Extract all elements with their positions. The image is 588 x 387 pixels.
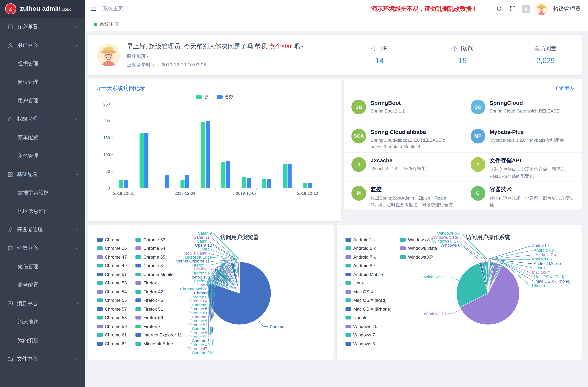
greeting-title-suffix: 吧~ [292,43,303,50]
legend-item-Chrome 51[interactable]: Chrome 51 [97,270,127,279]
legend-item-Chrome 8[interactable]: Chrome 8 [136,261,182,270]
legend-item-Chrome 59[interactable]: Chrome 59 [97,322,127,331]
legend-label: Mac OS X (iPhone) [353,306,391,312]
legend-item-Firefox 7[interactable]: Firefox 7 [136,322,182,331]
logo[interactable]: Z zuihou-admincloud [0,0,85,18]
search-icon[interactable] [495,5,504,13]
stat-today-visits: 今日访问15 [450,45,475,65]
feature-spring-cloud-alibaba: SCASpring Cloud alibabaSpringCloudAlibab… [344,124,463,152]
sidebar-menu: 务必详看用户中心组织管理岗位管理用户管理权限管理菜单配置角色管理基础配置数据字典… [0,18,85,368]
legend-item-Firefox 42[interactable]: Firefox 42 [136,287,182,296]
legend-item-Chrome 57[interactable]: Chrome 57 [97,305,127,313]
legend-item-Chrome 63[interactable]: Chrome 63 [136,235,182,244]
chart-text: 100 [103,152,110,157]
stat-label: 今日IP [367,45,392,52]
sidebar-subitem-role-mgmt[interactable]: 角色管理 [0,147,85,165]
chart-text: 200 [103,119,110,123]
legend-item-Chrome 61[interactable]: Chrome 61 [97,331,127,339]
legend-item-Chrome 58[interactable]: Chrome 58 [97,313,127,322]
legend-label: Chrome 59 [105,324,127,329]
learn-more-link[interactable]: 了解更多 [554,85,575,91]
sidebar-item-permission-mgmt[interactable]: 权限管理 [0,110,85,128]
legend-item-Mac OS X (iPhone)[interactable]: Mac OS X (iPhone) [345,305,391,313]
gear-icon [7,227,13,233]
feature-container-tech: C容器技术虚拟化容器技术，让迁移、部署更加方便快捷 [463,181,582,209]
sidebar-item-user-center[interactable]: 用户中心 [0,36,85,55]
sidebar-item-message-center[interactable]: 消息中心 [0,294,85,313]
feature-mybatis-plus: MPMybatis-PlusMybatis-plus 3.2.0：Mybatis… [463,124,582,152]
star-link[interactable]: 点个star [269,43,292,50]
legend-item-Firefox 51[interactable]: Firefox 51 [136,305,182,313]
feature-desc: Mybatis-plus 3.2.0：Mybatis 增强组件 [490,137,564,143]
legend-item-Chrome 49[interactable]: Chrome 49 [97,261,127,270]
sidebar-subitem-account-config[interactable]: 账号配置 [0,276,85,294]
legend-swatch [97,281,103,285]
legend-label: Chrome 8 [143,263,163,268]
legend-item-Windows 8[interactable]: Windows 8 [345,339,391,348]
legend-item-Android 1.x[interactable]: Android 1.x [345,235,391,244]
legend-item-Windows Vista[interactable]: Windows Vista [400,244,437,253]
sidebar-item-must-read[interactable]: 务必详看 [0,18,85,36]
sidebar-subitem-region-info[interactable]: 地区信息维护 [0,202,85,221]
sidebar-subitem-post-mgmt[interactable]: 岗位管理 [0,73,85,91]
legend-item-Microsoft Edge[interactable]: Microsoft Edge [136,339,182,348]
legend-item-Firefox 45[interactable]: Firefox 45 [136,296,182,305]
legend-item-Windows 10[interactable]: Windows 10 [345,322,391,331]
sidebar-subitem-data-dict[interactable]: 数据字典维护 [0,184,85,202]
legend-item-Windows 7[interactable]: Windows 7 [345,331,391,339]
chat-icon [7,245,13,251]
legend-item-Firefox[interactable]: Firefox [136,279,182,287]
collapse-sidebar-button[interactable] [89,5,97,13]
legend-item-Chrome 64[interactable]: Chrome 64 [136,244,182,253]
legend-item-Windows 8.1[interactable]: Windows 8.1 [400,235,437,244]
legend-item-Chrome[interactable]: Chrome [97,235,127,244]
chevron-down-icon [75,357,79,361]
legend-item-Android Mobile[interactable]: Android Mobile [345,270,391,279]
brand-name: zuihou-admincloud [20,5,72,13]
legend-item-Chrome 54[interactable]: Chrome 54 [97,287,127,296]
legend-label: Firefox 45 [143,298,163,303]
sidebar-item-file-center[interactable]: 文件中心 [0,350,85,368]
legend-item-Chrome 55[interactable]: Chrome 55 [97,296,127,305]
sidebar-subitem-user-mgmt[interactable]: 用户管理 [0,91,85,110]
sidebar-subitem-my-messages[interactable]: 我的消息 [0,331,85,350]
fullscreen-icon[interactable] [509,5,517,13]
legend-item-Internet Explorer 11[interactable]: Internet Explorer 11 [136,331,182,339]
legend-label: Firefox [143,281,157,286]
legend-item-Chrome 65[interactable]: Chrome 65 [136,253,182,261]
legend-item-Chrome 62[interactable]: Chrome 62 [97,339,127,348]
font-size-icon[interactable]: A [522,5,530,13]
legend-item-Android 7.x[interactable]: Android 7.x [345,253,391,261]
legend-item-Chrome 26[interactable]: Chrome 26 [97,244,127,253]
sidebar-subitem-label: 消息推送 [18,319,38,326]
chevron-down-icon [75,246,79,250]
sidebar-subitem-message-push[interactable]: 消息推送 [0,313,85,331]
legend-item-Ubuntu[interactable]: Ubuntu [345,313,391,322]
sidebar-item-sms-center[interactable]: 短信中心 [0,239,85,258]
legend-item-您[interactable]: 您 [196,94,208,100]
sidebar-item-basic-config[interactable]: 基础配置 [0,165,85,184]
sidebar-item-developer-mgmt[interactable]: 开发者管理 [0,221,85,239]
feature-text: 文件存储API封装文件接口，实现本地存储、阿里云、FastDFS存储的配置化 [490,157,575,180]
breadcrumb[interactable]: 系统主页 [103,5,123,12]
username[interactable]: 超级管理员 [553,5,581,12]
user-avatar[interactable] [535,2,548,15]
legend-item-Chrome Mobile[interactable]: Chrome Mobile [136,270,182,279]
legend-item-Chrome 47[interactable]: Chrome 47 [97,253,127,261]
legend-item-Android 8.x[interactable]: Android 8.x [345,261,391,270]
legend-item-总数[interactable]: 总数 [216,94,233,100]
legend-item-Mac OS X[interactable]: Mac OS X [345,287,391,296]
sidebar-subitem-sms-mgmt[interactable]: 短信管理 [0,258,85,276]
legend-item-Linux[interactable]: Linux [345,279,391,287]
avatar-illustration [535,2,548,15]
sidebar-subitem-menu-config[interactable]: 菜单配置 [0,128,85,147]
legend-swatch [136,273,141,276]
sidebar-subitem-org-mgmt[interactable]: 组织管理 [0,55,85,73]
legend-item-Chrome 53[interactable]: Chrome 53 [97,279,127,287]
chart-text: 2019-12-04 [175,191,195,196]
legend-item-Windows XP[interactable]: Windows XP [400,253,437,261]
legend-item-Android 6.x[interactable]: Android 6.x [345,244,391,253]
tab-home[interactable]: 系统主页 [88,18,125,31]
legend-item-Firefox 56[interactable]: Firefox 56 [136,313,182,322]
legend-item-Mac OS X (iPad)[interactable]: Mac OS X (iPad) [345,296,391,305]
